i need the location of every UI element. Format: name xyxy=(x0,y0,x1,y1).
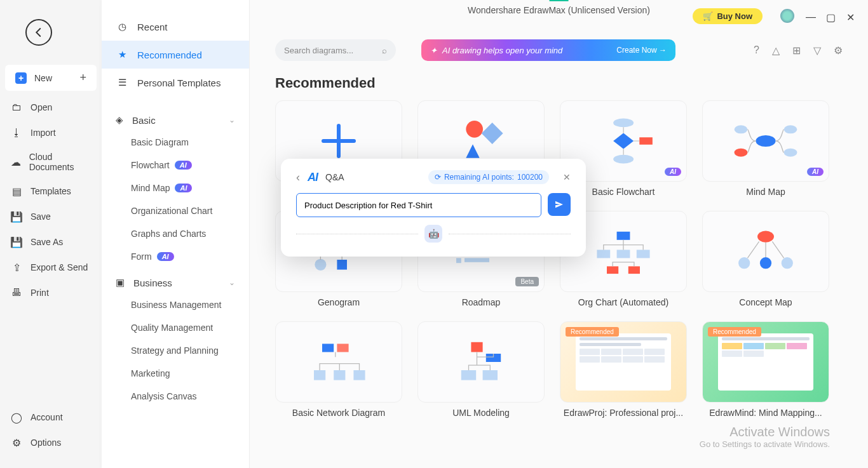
send-icon xyxy=(554,199,564,210)
subitem-mindmap[interactable]: Mind MapAI xyxy=(102,177,249,199)
sub-label: Organizational Chart xyxy=(131,206,212,216)
nav-label: Save xyxy=(31,211,51,222)
panel-item-recent[interactable]: ◷Recent xyxy=(102,13,249,41)
tag-icon: ◈ xyxy=(116,114,123,126)
nav-label: Account xyxy=(31,412,63,422)
subitem-analysis[interactable]: Analysis Canvas xyxy=(102,385,249,408)
buy-label: Buy Now xyxy=(717,11,752,21)
subitem-graphs[interactable]: Graphs and Charts xyxy=(102,222,249,245)
subitem-marketing[interactable]: Marketing xyxy=(102,362,249,385)
sidebar-item-save[interactable]: 💾Save xyxy=(0,204,102,229)
category-panel: ◷Recent ★Recommended ☰Personal Templates… xyxy=(102,0,250,468)
panel-section-business[interactable]: ▣Business⌄ xyxy=(102,268,249,293)
subitem-strategy[interactable]: Strategy and Planning xyxy=(102,339,249,362)
svg-rect-15 xyxy=(337,260,347,270)
card-edrawproj[interactable]: Recommended EdrawProj: Professional proj… xyxy=(560,321,687,418)
new-button[interactable]: + New + xyxy=(5,65,97,91)
bell-icon[interactable]: △ xyxy=(772,44,780,57)
banner-cta[interactable]: Create Now → xyxy=(616,46,667,55)
maximize-button[interactable]: ▢ xyxy=(826,11,835,20)
subitem-form[interactable]: FormAI xyxy=(102,245,249,268)
ai-badge: AI xyxy=(157,252,174,261)
card-concept-map[interactable]: Concept Map xyxy=(702,211,829,307)
ai-banner[interactable]: ✦ AI drawing helps open your mind Create… xyxy=(421,39,675,61)
subitem-basic-diagram[interactable]: Basic Diagram xyxy=(102,131,249,154)
panel-item-recommended[interactable]: ★Recommended xyxy=(102,41,249,69)
nav-label: Templates xyxy=(31,186,71,196)
svg-point-10 xyxy=(784,125,797,133)
svg-point-3 xyxy=(613,119,634,128)
ai-qa-popup: ‹ AI Q&A ⟳ Remaining AI points: 100200 ✕… xyxy=(281,159,586,257)
nav-label: Open xyxy=(31,102,52,112)
card-uml[interactable]: UML Modeling xyxy=(417,321,545,418)
sub-label: Quality Management xyxy=(131,323,213,333)
send-button[interactable] xyxy=(548,193,571,216)
ai-badge: AI xyxy=(175,184,192,192)
card-label: Genogram xyxy=(275,297,402,307)
saveas-icon: 💾 xyxy=(10,236,23,248)
recommended-badge: Recommended xyxy=(566,327,619,337)
recommended-badge: Recommended xyxy=(708,327,761,337)
bot-icon: 🤖 xyxy=(424,225,442,243)
svg-rect-27 xyxy=(628,266,640,274)
nav-label: Cloud Documents xyxy=(29,152,92,172)
subitem-quality-mgmt[interactable]: Quality Management xyxy=(102,316,249,339)
template-grid: AI Basic Flowchart AI Mind Map Genogram … xyxy=(250,100,868,443)
sidebar-item-options[interactable]: ⚙Options xyxy=(0,430,102,455)
ai-prompt-input[interactable] xyxy=(296,193,541,217)
svg-rect-35 xyxy=(334,370,345,380)
card-mind-map[interactable]: AI Mind Map xyxy=(702,100,829,197)
svg-rect-36 xyxy=(353,370,365,380)
card-network[interactable]: Basic Network Diagram xyxy=(275,321,402,418)
panel-section-basic[interactable]: ◈Basic⌄ xyxy=(102,105,249,131)
search-input[interactable]: Search diagrams... ⌕ xyxy=(275,39,396,61)
points-label: Remaining AI points: xyxy=(444,173,514,182)
popup-back-button[interactable]: ‹ xyxy=(296,171,300,184)
subitem-business-mgmt[interactable]: Business Management xyxy=(102,293,249,316)
svg-point-0 xyxy=(466,121,483,138)
buy-button[interactable]: 🛒Buy Now xyxy=(693,8,763,24)
popup-close-button[interactable]: ✕ xyxy=(563,172,571,182)
gear-icon: ⚙ xyxy=(10,436,23,449)
sidebar-item-saveas[interactable]: 💾Save As xyxy=(0,229,102,255)
sub-label: Form xyxy=(131,251,152,262)
panel-item-personal[interactable]: ☰Personal Templates xyxy=(102,69,249,97)
subitem-orgchart[interactable]: Organizational Chart xyxy=(102,199,249,222)
svg-rect-26 xyxy=(607,266,618,274)
orgchart-icon xyxy=(582,227,665,276)
add-icon[interactable]: + xyxy=(79,71,86,84)
back-button[interactable] xyxy=(25,19,52,46)
card-label: Concept Map xyxy=(702,297,829,307)
sidebar-item-templates[interactable]: ▤Templates xyxy=(0,178,102,204)
sidebar-item-cloud[interactable]: ☁Cloud Documents xyxy=(0,145,102,178)
ai-badge: AI xyxy=(665,168,681,176)
shirt-icon[interactable]: ▽ xyxy=(813,44,821,57)
toolbar-icons: ? △ ⊞ ▽ ⚙ xyxy=(754,44,843,57)
apps-icon[interactable]: ⊞ xyxy=(792,44,801,57)
sidebar-item-open[interactable]: 🗀Open xyxy=(0,95,102,120)
folder-icon: 🗀 xyxy=(10,101,23,114)
screenshot-preview xyxy=(718,333,813,391)
svg-marker-4 xyxy=(613,133,634,149)
screenshot-preview xyxy=(576,333,671,391)
svg-rect-1 xyxy=(481,123,503,144)
subitem-flowchart[interactable]: FlowchartAI xyxy=(102,154,249,177)
sidebar-item-export[interactable]: ⇪Export & Send xyxy=(0,255,102,280)
close-button[interactable]: ✕ xyxy=(846,11,855,20)
sidebar-item-print[interactable]: 🖶Print xyxy=(0,280,102,305)
avatar[interactable] xyxy=(780,9,794,23)
gear-icon[interactable]: ⚙ xyxy=(834,44,843,57)
chevron-down-icon: ⌄ xyxy=(229,116,235,124)
minimize-button[interactable]: — xyxy=(806,11,815,20)
help-icon[interactable]: ? xyxy=(754,44,759,57)
sidebar-item-account[interactable]: ◯Account xyxy=(0,404,102,430)
card-edrawmind[interactable]: Recommended EdrawMind: Mind Mapping... xyxy=(702,321,829,418)
sparkle-icon: ✦ xyxy=(430,46,437,55)
sidebar-item-import[interactable]: ⭳Import xyxy=(0,120,102,145)
ai-badge: AI xyxy=(807,168,824,176)
sub-label: Marketing xyxy=(131,368,170,378)
sub-label: Strategy and Planning xyxy=(131,345,219,356)
print-icon: 🖶 xyxy=(10,286,23,299)
arrow-left-icon xyxy=(33,27,44,38)
ai-points-badge[interactable]: ⟳ Remaining AI points: 100200 xyxy=(428,170,549,184)
